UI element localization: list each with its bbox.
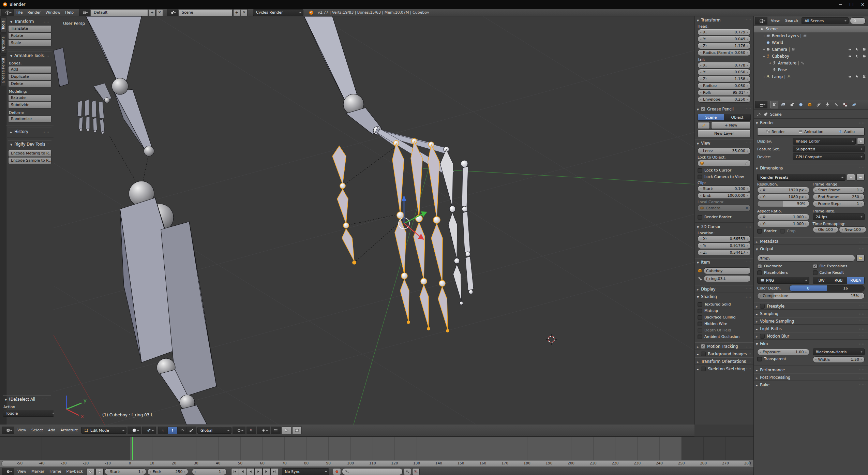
file-format-select[interactable]: PNG	[757, 277, 809, 284]
add-layout-button[interactable]: +	[149, 9, 155, 16]
shelf-button-extrude[interactable]: Extrude	[8, 94, 51, 101]
grease-pencil-source-toggle[interactable]: Scene Object	[698, 114, 751, 121]
audio-button[interactable]: Audio	[829, 128, 864, 135]
auto-keyframe-button[interactable]	[333, 468, 341, 475]
maximize-button[interactable]: ☐	[849, 2, 853, 7]
end-frame-field[interactable]: ◂End:250▸	[147, 469, 188, 475]
panel-header-history[interactable]: History	[8, 128, 51, 135]
outliner-row-camera[interactable]: +Camera|	[754, 46, 868, 53]
panel-header-armature-tools[interactable]: Armature Tools	[8, 51, 51, 59]
lock-to-cursor-checkbox[interactable]: Lock to Cursor	[698, 167, 751, 173]
timeline-menu-marker[interactable]: Marker	[29, 468, 46, 475]
depth-8-option[interactable]: 8	[790, 285, 827, 291]
remap-old-field[interactable]: ◂Old:100▸	[813, 226, 838, 233]
tail-y-field[interactable]: ◂Y:0.050▸	[698, 69, 751, 75]
shelf-button-encode-sample-to-p-[interactable]: Encode Sample to P...	[8, 157, 51, 164]
cursor-3d[interactable]	[546, 334, 557, 345]
pin-icon[interactable]	[757, 112, 761, 117]
panel-grip[interactable]	[43, 20, 49, 23]
panel-header-item[interactable]: Item	[695, 258, 753, 266]
roll-field[interactable]: ◂Roll:-95.01°▸	[698, 89, 751, 96]
manipulator-rotate-button[interactable]	[177, 427, 187, 434]
shelf-button-rotate[interactable]: Rotate	[8, 32, 51, 39]
remove-preset-button[interactable]: −	[856, 174, 865, 181]
outliner-menu-search[interactable]: Search	[783, 17, 800, 25]
selectability-icon[interactable]	[855, 54, 859, 58]
lock-interface-button[interactable]	[857, 138, 865, 145]
checkbox[interactable]: ✓	[813, 264, 818, 269]
panel-header-volume-sampling[interactable]: Volume Sampling	[754, 317, 868, 325]
end-frame-field[interactable]: ◂End Frame:250▸	[813, 194, 865, 200]
menu-render[interactable]: Render	[25, 9, 43, 16]
transform-orientation-select[interactable]: Global	[197, 427, 231, 434]
outliner-row-cubeboy[interactable]: −Cubeboy	[754, 53, 868, 60]
gp-pencil-select[interactable]	[698, 122, 710, 129]
shading-checkbox-matcap[interactable]: Matcap	[698, 308, 751, 314]
render-button[interactable]: Render	[758, 128, 793, 135]
frame-rate-select[interactable]: 24 fps	[813, 213, 865, 220]
selected-finger-bones[interactable]	[332, 138, 449, 332]
bw-option[interactable]: BW	[813, 277, 830, 284]
panel-header-transform-orientations[interactable]: Transform Orientations	[695, 357, 753, 365]
rgba-option[interactable]: RGBA	[847, 277, 864, 284]
panel-header-display[interactable]: Display	[695, 285, 753, 293]
exposure-field[interactable]: ◂Exposure:1.00▸	[757, 349, 809, 355]
timeline-menu-frame[interactable]: Frame	[47, 468, 63, 475]
armature-left-chain[interactable]	[54, 16, 216, 425]
add-preset-button[interactable]: ＋	[847, 174, 855, 181]
menu-armature[interactable]: Armature	[58, 427, 80, 434]
panel-header-film[interactable]: Film	[754, 340, 868, 347]
shelf-button-encode-metarig-to-p-[interactable]: Encode Metarig to P...	[8, 150, 51, 157]
viewport-3d[interactable]: y x	[54, 16, 694, 425]
render-opengl-anim-button[interactable]	[292, 427, 302, 434]
tab-object-data[interactable]	[823, 101, 832, 108]
panel-header-transform[interactable]: Transform	[8, 18, 51, 25]
timeline-tracks[interactable]	[0, 437, 753, 460]
outliner-item-label[interactable]: RenderLayers	[772, 33, 799, 38]
shading-checkbox-backface-culling[interactable]: Backface Culling	[698, 314, 751, 320]
outliner-item-label[interactable]: Scene	[766, 27, 778, 31]
add-scene-button[interactable]: +	[233, 9, 240, 16]
checkbox[interactable]: ✓	[757, 264, 762, 269]
aspect-x-field[interactable]: ◂X:1.000▸	[757, 214, 809, 220]
expand-toggle[interactable]: −	[762, 55, 766, 58]
outliner-scope-select[interactable]: All Scenes	[802, 17, 849, 24]
tab-texture[interactable]	[841, 101, 849, 108]
screen-layout-icon-button[interactable]	[79, 9, 90, 16]
start-frame-field[interactable]: ◂Start:1▸	[105, 469, 146, 475]
sync-mode-select[interactable]: No Sync	[282, 468, 329, 475]
outliner-row-renderlayers[interactable]: +RenderLayers|	[754, 32, 868, 39]
expand-toggle[interactable]: +	[762, 48, 766, 51]
envelope-field[interactable]: ◂Envelope:0.250▸	[698, 96, 751, 103]
shading-checkbox-depth-of-field[interactable]: Depth Of Field	[698, 327, 751, 333]
selectability-icon[interactable]	[855, 75, 859, 79]
play-reverse-button[interactable]	[247, 468, 255, 475]
outliner-row-scene[interactable]: −Scene	[754, 26, 868, 32]
outliner-row-pose[interactable]: Pose	[754, 66, 868, 73]
checkbox[interactable]	[780, 229, 785, 234]
screen-layout-name[interactable]: Default	[91, 9, 148, 16]
pivot-point-select[interactable]	[142, 427, 156, 434]
checkbox[interactable]	[698, 175, 702, 179]
remap-new-field[interactable]: ◂New:100▸	[839, 226, 866, 233]
checkbox[interactable]	[698, 168, 702, 173]
radius-parent-field[interactable]: ◂Radius (Parent):0.050▸	[698, 49, 751, 56]
panel-header-sampling[interactable]: Sampling	[754, 310, 868, 317]
renderability-icon[interactable]	[862, 75, 866, 79]
action-select[interactable]: Toggle	[3, 410, 57, 417]
editor-type-info-button[interactable]	[1, 9, 14, 16]
feature-set-select[interactable]: Supported	[793, 146, 865, 152]
panel-header-freestyle[interactable]: Freestyle	[754, 302, 868, 310]
editor-type-outliner-button[interactable]	[755, 17, 767, 25]
minimize-button[interactable]: ─	[839, 2, 842, 7]
mode-select[interactable]: Edit Mode	[81, 427, 126, 434]
transparent-checkbox[interactable]: Transparent	[757, 356, 809, 362]
manipulator-axis-icon[interactable]	[158, 427, 168, 434]
lens-field[interactable]: ◂Lens:35.000▸	[698, 148, 751, 154]
outliner-item-label[interactable]: Cubeboy	[772, 54, 789, 59]
render-border-checkbox[interactable]: Render Border	[698, 214, 751, 220]
shelf-tab-options[interactable]: Options	[0, 34, 6, 54]
cursor-y-field[interactable]: ◂Y:0.91791▸	[698, 242, 751, 249]
resolution-y-field[interactable]: ◂Y:1080 px▸	[757, 194, 809, 200]
rgb-option[interactable]: RGB	[830, 277, 847, 284]
